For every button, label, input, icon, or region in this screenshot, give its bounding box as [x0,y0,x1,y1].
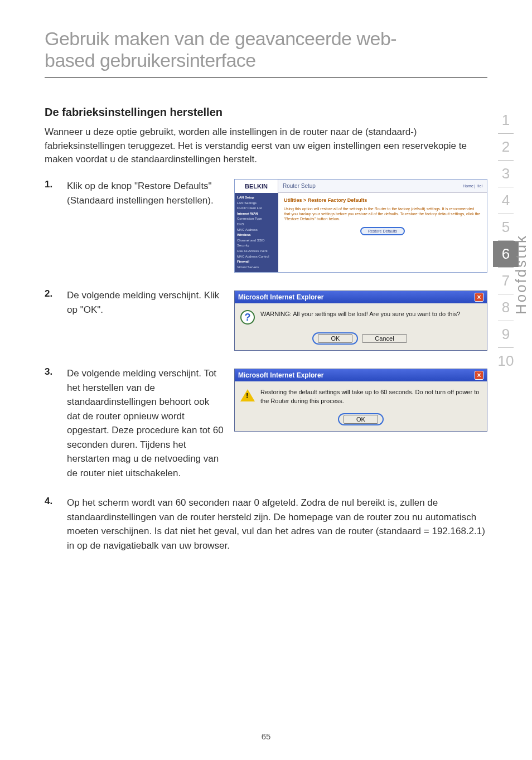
side-h1: LAN Setup [237,195,276,201]
annotation-circle: OK [312,332,358,345]
step-3: 3. De volgende melding verschijnt. Tot h… [45,366,487,480]
dialog-titlebar: Microsoft Internet Explorer × [235,291,487,303]
close-icon[interactable]: × [475,371,483,380]
router-breadcrumb: Utilities > Restore Factory Defaults [284,197,481,203]
router-main: Utilities > Restore Factory Defaults Usi… [278,193,487,272]
router-header: BELKIN Router Setup Home | Hel [235,180,487,193]
router-bar: Router Setup Home | Hel [278,180,487,193]
side-item[interactable]: MAC Address [237,227,276,233]
chapter-link-9[interactable]: 9 [493,321,519,347]
dialog1-screenshot: Microsoft Internet Explorer × ? WARNING:… [234,288,487,351]
chapter-link-1[interactable]: 1 [493,107,519,133]
side-h4: Firewall [237,259,276,265]
side-item[interactable]: Connection Type [237,216,276,222]
dialog-buttons: OK [235,413,487,431]
page-number: 65 [0,732,532,741]
step-text: De volgende melding verschijnt. Klik op … [67,288,234,317]
side-item[interactable]: Virtual Servers [237,265,276,270]
restore-defaults-button[interactable]: Restore Defaults [360,227,405,235]
router-logo: BELKIN [235,180,278,193]
side-item[interactable]: Use as Access Point [237,249,276,254]
step-2: 2. De volgende melding verschijnt. Klik … [45,288,487,351]
step-number: 4. [45,496,67,507]
section-heading: De fabrieksinstellingen herstellen [45,106,487,119]
step-number: 3. [45,366,67,377]
annotation-circle: OK [338,413,384,425]
side-item[interactable]: DNS [237,222,276,227]
question-icon: ? [240,310,255,325]
steps-list: 1. Klik op de knop "Restore Defaults" (S… [45,179,487,553]
page-title: Gebruik maken van de geavanceerde web- b… [45,28,487,71]
router-screenshot: BELKIN Router Setup Home | Hel LAN Setup… [234,179,487,273]
title-line1: Gebruik maken van de geavanceerde web- [45,28,396,49]
title-line2: based gebruikersinterface [45,50,256,71]
dialog-message: Restoring the default settings will take… [260,388,481,405]
step-4: 4. Op het scherm wordt van 60 seconden n… [45,496,487,553]
router-desc: Using this option will restore all of th… [284,206,481,221]
side-item[interactable]: MAC Address Control [237,254,276,260]
router-sidebar: LAN Setup LAN Settings DHCP Client List … [235,193,278,272]
chapter-link-4[interactable]: 4 [493,187,519,214]
step-text: Op het scherm wordt van 60 seconden naar… [67,496,487,553]
side-item[interactable]: DHCP Client List [237,206,276,211]
chapter-link-2[interactable]: 2 [493,134,519,160]
dialog-title: Microsoft Internet Explorer [238,371,323,379]
side-h3: Wireless [237,233,276,238]
dialog-titlebar: Microsoft Internet Explorer × [235,369,487,381]
side-item[interactable]: Channel and SSID [237,238,276,244]
side-item[interactable]: Security [237,243,276,249]
close-icon[interactable]: × [475,293,483,302]
title-rule [45,77,487,78]
side-h2: Internet WAN [237,211,276,217]
warning-icon [240,389,255,401]
step-number: 1. [45,179,67,190]
ok-button[interactable]: OK [344,415,378,424]
side-item[interactable]: LAN Settings [237,201,276,206]
dialog-title: Microsoft Internet Explorer [238,293,323,301]
chapter-link-10[interactable]: 10 [493,348,519,374]
dialog2-screenshot: Microsoft Internet Explorer × Restoring … [234,366,487,432]
cancel-button[interactable]: Cancel [362,334,407,343]
intro-paragraph: Wanneer u deze optie gebruikt, worden al… [45,125,487,167]
chapter-link-3[interactable]: 3 [493,161,519,187]
router-bar-title: Router Setup [283,183,316,189]
dialog-message: WARNING: All your settings will be lost!… [260,310,460,318]
tab-label: Hoofdstuk [512,234,530,314]
step-text: De volgende melding verschijnt. Tot het … [67,366,234,480]
dialog-buttons: OK Cancel [235,332,487,350]
step-text: Klik op de knop "Restore Defaults" (Stan… [67,179,234,207]
step-number: 2. [45,288,67,299]
ok-button[interactable]: OK [318,334,352,343]
step-1: 1. Klik op de knop "Restore Defaults" (S… [45,179,487,273]
router-home-link[interactable]: Home | Hel [463,184,482,188]
